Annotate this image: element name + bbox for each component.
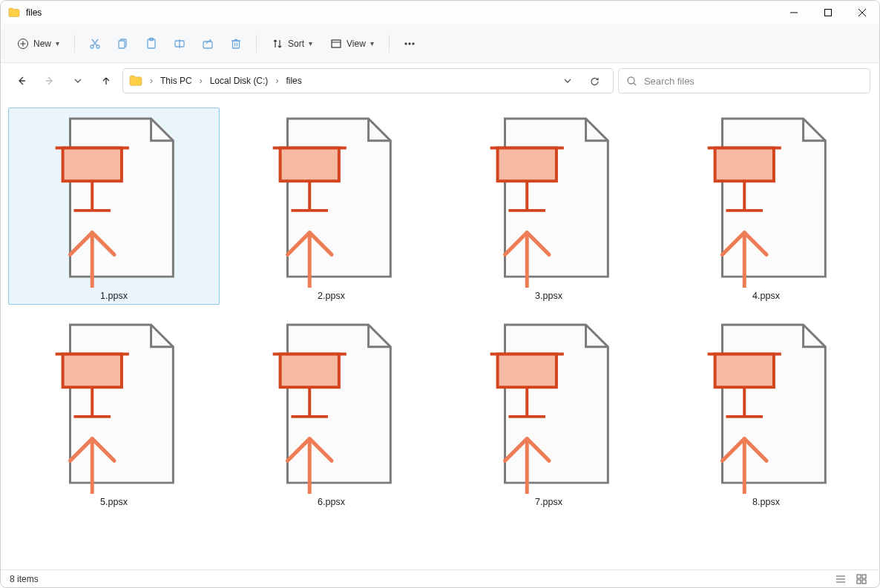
svg-point-28 xyxy=(628,77,634,84)
file-name: 4.ppsx xyxy=(752,291,780,301)
window-title: files xyxy=(26,7,42,18)
copy-button[interactable] xyxy=(111,31,136,56)
breadcrumb-segment[interactable]: This PC xyxy=(156,73,197,89)
file-thumbnail xyxy=(235,111,428,288)
toolbar: New ▾ Sort ▾ View ▾ xyxy=(1,24,879,63)
separator xyxy=(389,35,390,53)
chevron-right-icon: › xyxy=(274,76,280,86)
new-label: New xyxy=(33,39,51,49)
breadcrumb-segment[interactable]: Local Disk (C:) xyxy=(206,73,273,89)
search-input[interactable] xyxy=(643,75,862,87)
file-name: 7.ppsx xyxy=(535,497,562,507)
chevron-down-icon: ▾ xyxy=(56,39,59,47)
paste-button[interactable] xyxy=(139,31,164,56)
svg-point-25 xyxy=(405,42,407,44)
breadcrumb-segment[interactable]: files xyxy=(281,73,306,89)
details-view-button[interactable] xyxy=(832,572,850,587)
view-button[interactable]: View ▾ xyxy=(323,33,381,54)
thumbnails-view-button[interactable] xyxy=(853,572,870,587)
cut-button[interactable] xyxy=(82,31,108,56)
view-label: View xyxy=(347,39,366,49)
more-button[interactable] xyxy=(397,31,422,56)
file-thumbnail xyxy=(18,317,211,494)
maximize-button[interactable] xyxy=(811,1,845,24)
status-bar: 8 items xyxy=(1,569,879,587)
sort-button[interactable]: Sort ▾ xyxy=(264,33,320,54)
minimize-button[interactable] xyxy=(777,1,811,24)
rename-button[interactable] xyxy=(167,31,192,56)
file-item[interactable]: 7.ppsx xyxy=(443,314,654,511)
chevron-down-icon: ▾ xyxy=(309,39,312,47)
plus-circle-icon xyxy=(17,38,29,50)
svg-rect-12 xyxy=(119,41,125,48)
file-name: 3.ppsx xyxy=(535,291,562,301)
svg-rect-17 xyxy=(203,42,212,48)
svg-rect-33 xyxy=(857,575,861,578)
refresh-button[interactable] xyxy=(585,71,604,90)
title-bar: files xyxy=(1,1,879,24)
file-thumbnail xyxy=(453,317,646,494)
file-item[interactable]: 6.ppsx xyxy=(226,314,437,511)
address-dropdown-button[interactable] xyxy=(558,71,577,90)
back-button[interactable] xyxy=(10,69,33,93)
file-item[interactable]: 4.ppsx xyxy=(660,108,872,305)
chevron-down-icon: ▾ xyxy=(370,39,374,47)
separator xyxy=(256,35,257,53)
file-name: 2.ppsx xyxy=(318,291,345,301)
file-thumbnail xyxy=(235,317,428,494)
svg-rect-18 xyxy=(233,41,240,48)
recent-locations-button[interactable] xyxy=(66,69,90,93)
svg-rect-36 xyxy=(862,580,866,584)
svg-point-26 xyxy=(409,42,410,44)
sort-icon xyxy=(272,38,283,50)
sort-label: Sort xyxy=(288,39,304,49)
svg-rect-34 xyxy=(862,575,866,578)
svg-rect-35 xyxy=(857,580,861,584)
file-name: 8.ppsx xyxy=(752,497,780,507)
separator xyxy=(74,35,75,53)
forward-button[interactable] xyxy=(38,69,62,93)
item-count: 8 items xyxy=(10,574,39,584)
file-item[interactable]: 8.ppsx xyxy=(660,314,872,511)
address-bar[interactable]: › This PC › Local Disk (C:) › files xyxy=(122,68,614,93)
svg-rect-23 xyxy=(332,40,341,47)
file-thumbnail xyxy=(18,111,211,288)
explorer-window: files New ▾ Sort ▾ View ▾ xyxy=(0,0,880,588)
file-item[interactable]: 2.ppsx xyxy=(226,108,437,305)
chevron-right-icon: › xyxy=(198,76,204,86)
file-thumbnail xyxy=(670,317,863,494)
file-item[interactable]: 5.ppsx xyxy=(8,314,220,511)
chevron-right-icon: › xyxy=(148,76,154,86)
view-icon xyxy=(330,38,342,50)
svg-line-29 xyxy=(634,83,636,85)
svg-point-27 xyxy=(413,42,414,44)
file-list[interactable]: 1.ppsx2.ppsx3.ppsx4.ppsx5.ppsx6.ppsx7.pp… xyxy=(1,99,879,569)
folder-icon xyxy=(129,74,142,87)
search-icon xyxy=(626,76,637,87)
file-name: 6.ppsx xyxy=(318,497,345,507)
file-item[interactable]: 1.ppsx xyxy=(8,108,220,305)
file-name: 1.ppsx xyxy=(100,291,128,301)
close-button[interactable] xyxy=(845,1,879,24)
file-thumbnail xyxy=(453,111,646,288)
window-controls xyxy=(777,1,879,24)
address-bar-tools xyxy=(558,71,608,90)
folder-icon xyxy=(8,7,20,19)
file-item[interactable]: 3.ppsx xyxy=(443,108,654,305)
file-thumbnail xyxy=(670,111,863,288)
up-button[interactable] xyxy=(94,69,118,93)
delete-button[interactable] xyxy=(223,31,249,56)
new-button[interactable]: New ▾ xyxy=(10,33,67,54)
search-box[interactable] xyxy=(618,68,870,93)
share-button[interactable] xyxy=(195,31,220,56)
file-name: 5.ppsx xyxy=(100,497,128,507)
svg-rect-1 xyxy=(825,10,832,16)
navigation-row: › This PC › Local Disk (C:) › files xyxy=(1,63,879,99)
